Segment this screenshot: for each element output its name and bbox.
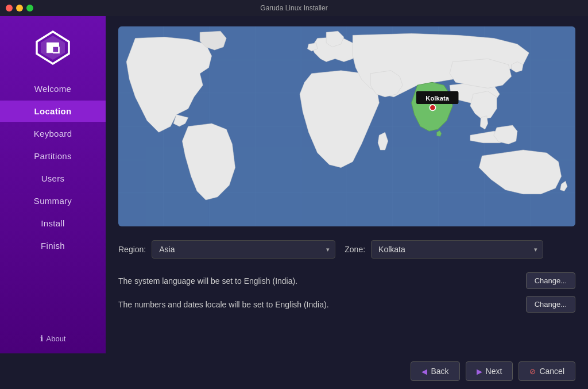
about-label: About [47, 334, 66, 343]
window-title: Garuda Linux Installer [260, 4, 327, 12]
dates-lang-change-button[interactable]: Change... [526, 296, 575, 313]
minimize-button[interactable] [16, 5, 23, 11]
selects-row: Region: Asia Africa America Antarctica A… [118, 240, 575, 259]
next-label: Next [486, 367, 502, 376]
logo [33, 28, 73, 68]
bottom-bar: ◀ Back ▶ Next ⊘ Cancel [0, 353, 588, 389]
app-body: Welcome Location Keyboard Partitions Use… [0, 16, 588, 353]
dates-lang-text: The numbers and dates locale will be set… [118, 300, 329, 309]
sidebar-item-users[interactable]: Users [0, 168, 106, 189]
system-lang-text: The system language will be set to Engli… [118, 276, 297, 286]
zone-select[interactable]: Kolkata Mumbai Delhi Chennai Bangalore H… [371, 240, 543, 259]
back-button[interactable]: ◀ Back [411, 361, 459, 381]
dates-lang-row: The numbers and dates locale will be set… [118, 296, 575, 313]
sidebar: Welcome Location Keyboard Partitions Use… [0, 16, 106, 353]
back-label: Back [431, 367, 448, 376]
zone-select-group: Zone: Kolkata Mumbai Delhi Chennai Banga… [345, 240, 543, 259]
back-icon: ◀ [421, 367, 427, 376]
main-content: Kolkata Region: Asia Africa America Anta… [106, 16, 588, 353]
titlebar: Garuda Linux Installer [0, 0, 588, 16]
next-icon: ▶ [477, 367, 482, 376]
zone-select-wrapper: Kolkata Mumbai Delhi Chennai Bangalore H… [371, 240, 543, 259]
sidebar-item-partitions[interactable]: Partitions [0, 145, 106, 167]
zone-label: Zone: [345, 245, 365, 254]
cancel-icon: ⊘ [529, 367, 536, 376]
cancel-button[interactable]: ⊘ Cancel [519, 361, 575, 381]
world-map[interactable]: Kolkata [118, 26, 575, 226]
svg-text:Kolkata: Kolkata [425, 95, 449, 102]
svg-point-19 [430, 105, 435, 110]
sidebar-item-welcome[interactable]: Welcome [0, 78, 106, 99]
region-select[interactable]: Asia Africa America Antarctica Arctic At… [152, 240, 335, 259]
sidebar-item-keyboard[interactable]: Keyboard [0, 123, 106, 144]
sidebar-item-summary[interactable]: Summary [0, 190, 106, 211]
sidebar-item-install[interactable]: Install [0, 213, 106, 234]
about-section[interactable]: ℹ About [32, 330, 74, 346]
region-label: Region: [118, 245, 146, 254]
region-select-group: Region: Asia Africa America Antarctica A… [118, 240, 335, 259]
next-button[interactable]: ▶ Next [466, 361, 513, 381]
lang-info-section: The system language will be set to Engli… [118, 272, 575, 319]
region-select-wrapper: Asia Africa America Antarctica Arctic At… [152, 240, 335, 259]
sidebar-item-location[interactable]: Location [0, 101, 106, 122]
titlebar-buttons [6, 5, 33, 11]
sidebar-item-finish[interactable]: Finish [0, 235, 106, 256]
sidebar-nav: Welcome Location Keyboard Partitions Use… [0, 78, 106, 256]
info-icon: ℹ [40, 334, 43, 343]
system-lang-row: The system language will be set to Engli… [118, 272, 575, 289]
maximize-button[interactable] [26, 5, 33, 11]
cancel-label: Cancel [539, 367, 564, 376]
close-button[interactable] [6, 5, 13, 11]
system-lang-change-button[interactable]: Change... [526, 272, 575, 289]
